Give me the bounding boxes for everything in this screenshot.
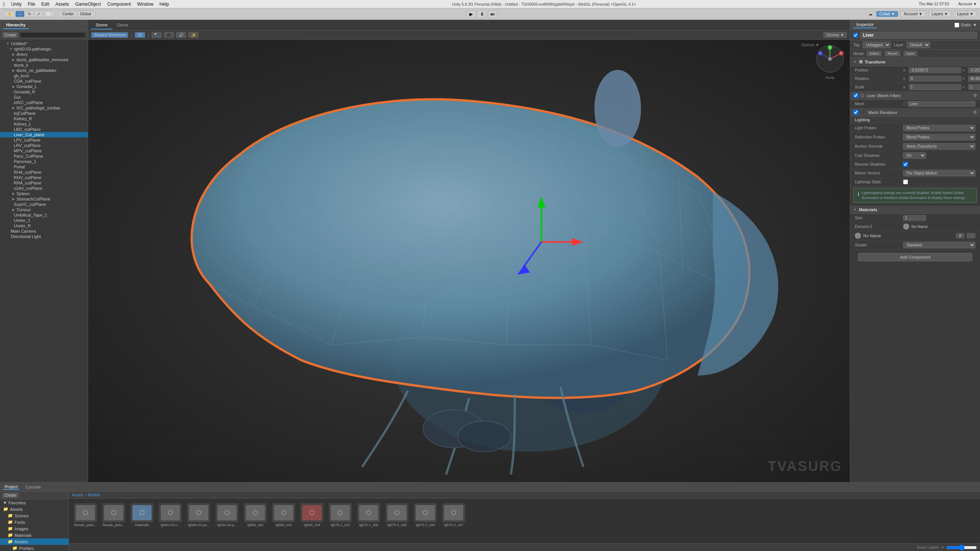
materials-section-header[interactable]: ▼ Materials [850,206,980,214]
scale-tool[interactable]: ⤢ [34,11,43,17]
asset-item[interactable]: ⬡tgh60_v02 [242,502,269,528]
model-select-btn[interactable]: Select [867,51,882,56]
asset-item[interactable]: ⬡tgh60-03-n... [157,502,184,528]
assets-create-btn[interactable]: Create [2,493,18,498]
hierarchy-item[interactable]: Kidney_R [0,116,88,121]
move-tool[interactable]: ↔ [15,11,24,17]
asset-item[interactable]: ⬡tgh75-1_v05 [355,502,382,528]
hierarchy-item[interactable]: Gut [0,95,88,100]
mesh-filter-enabled[interactable] [853,93,858,98]
hierarchy-item[interactable]: ▶Tumour [0,207,88,212]
hierarchy-item[interactable]: Ureter_1 [0,218,88,223]
assets-tree-item-materials[interactable]: 📁Materials [0,532,69,538]
asset-item[interactable]: ⬡tgh75-1_v03 [327,502,354,528]
asset-item[interactable]: ⬡tgh60-03-pa... [185,502,212,528]
position-y[interactable] [968,67,980,73]
asset-item[interactable]: ⬡tgh60_v04 [299,502,325,528]
account-dropdown[interactable]: Account ▼ [900,11,926,17]
gizmos-label[interactable]: Gizmos ▼ [801,43,819,47]
hierarchy-item[interactable]: ▶Gonadal_L [0,84,88,89]
skybox-toggle[interactable]: ⬛ [164,32,174,38]
assets-models-label[interactable]: Models [88,493,100,497]
menu-window[interactable]: Window [137,2,154,7]
menu-file[interactable]: File [28,2,35,7]
hierarchy-item[interactable]: CDA_cutPlane [0,78,88,84]
hierarchy-item[interactable]: LPV_cutPlane [0,137,88,143]
apple-menu[interactable]:  [3,1,5,7]
hierarchy-item[interactable]: ducts_k [0,62,88,68]
lightmap-static-checkbox[interactable] [903,179,908,184]
asset-item[interactable]: ⬡Materials [129,502,155,528]
assets-tree-item-models[interactable]: 📁Models [0,538,69,545]
mesh-renderer-enabled[interactable] [853,110,858,115]
hierarchy-item[interactable]: Kidney_L [0,121,88,127]
material-settings-btn[interactable]: ⚙ [956,233,964,238]
transform-section-header[interactable]: ▼ ⊞ Transform [850,58,980,66]
assets-tree-item-prefabs[interactable]: 📁Prefabs [0,545,69,551]
menu-help[interactable]: Help [160,2,169,7]
hierarchy-item[interactable]: LRV_cutPlane [0,143,88,148]
hierarchy-item[interactable]: InjCutPlane [0,111,88,116]
hierarchy-item[interactable]: RHA_cutPlane [0,170,88,175]
mesh-renderer-header[interactable]: ⬛ Mesh Renderer ⚙ [850,108,980,117]
assets-root-label[interactable]: Assets [72,493,83,497]
position-x[interactable] [909,67,961,73]
hierarchy-item[interactable]: ▶StomachCutPlane [0,196,88,202]
favorites-item[interactable]: ★ Favorites [0,499,69,506]
hierarchy-item[interactable]: ▶ducts_gallbladder_removed [0,57,88,62]
object-enabled-checkbox[interactable] [853,33,858,37]
tag-select[interactable]: Untagged [862,42,891,48]
object-name-input[interactable] [860,32,977,39]
shader-select[interactable]: Standard [903,242,975,248]
nav-gizmo[interactable]: X Y Z Persp [815,44,845,74]
asset-item[interactable]: ⬡female_pelvi... [72,502,99,528]
menu-component[interactable]: Component [107,2,131,7]
viewport[interactable]: X Y Z Persp Gizmos ▼ TVASURG [88,40,850,482]
asset-item[interactable]: ⬡tgh75-2_v06 [412,502,439,528]
asset-item[interactable]: ⬡female_pelvi... [100,502,127,528]
hierarchy-item[interactable]: s1Art_cutPlane [0,186,88,191]
hierarchy-item[interactable]: RRA_cutPlane [0,180,88,186]
receive-shadows-checkbox[interactable] [903,162,908,167]
menu-assets[interactable]: Assets [56,2,69,7]
hierarchy-item[interactable]: gb_knot [0,73,88,78]
asset-item[interactable]: ⬡tgh75-2_v07 [440,502,467,528]
hierarchy-item[interactable]: ▶IVC_pathologic_lumbar [0,105,88,111]
global-btn[interactable]: Global [77,11,94,17]
audio-toggle[interactable]: 🔊 [176,32,186,38]
add-component-button[interactable]: Add Component [858,253,972,261]
collab-button[interactable]: Collab ▼ [876,11,898,17]
layout-dropdown[interactable]: Layout ▼ [954,11,977,17]
scale-y[interactable] [968,84,980,90]
menu-gameobject[interactable]: GameObject [75,2,101,7]
mesh-filter-settings-icon[interactable]: ⚙ [973,93,977,98]
mesh-renderer-settings-icon[interactable]: ⚙ [973,110,977,114]
inspector-tab[interactable]: Inspector [853,21,877,28]
reflection-probes-select[interactable]: Blend Probes [903,134,975,140]
rotate-tool[interactable]: ↻ [25,11,34,17]
hierarchy-tab[interactable]: Hierarchy [3,21,29,29]
scale-x[interactable] [909,84,961,90]
mesh-filter-header[interactable]: ⬡ Liver (Mesh Filter) ⚙ [850,91,980,100]
asset-item[interactable]: ⬡tgh75-2_v05 [384,502,410,528]
layers-dropdown[interactable]: Layers ▼ [928,11,952,17]
hierarchy-item[interactable]: Directional Light [0,234,88,239]
asset-item[interactable]: ⬡tgh60_v03 [270,502,297,528]
menu-unity[interactable]: Unity [11,2,21,7]
effects-toggle[interactable]: ✨ [188,32,198,38]
materials-size-input[interactable] [903,215,926,221]
motion-vectors-select[interactable]: Per Object Motion [903,170,975,176]
hierarchy-item[interactable]: Gonadal_R [0,89,88,95]
2d-toggle[interactable]: 2D [135,32,145,38]
hierarchy-item[interactable]: ▶ducts_no_gallbladder [0,68,88,73]
project-tab[interactable]: Project [3,484,19,490]
hierarchy-item[interactable]: Panc_CutPlane [0,153,88,159]
light-probes-select[interactable]: Blend Probes [903,125,975,131]
hierarchy-item[interactable]: RHV_cutPlane [0,175,88,180]
rotation-x[interactable] [909,76,961,82]
hierarchy-item[interactable]: ▶Artery [0,52,88,57]
asset-size-slider[interactable] [946,544,977,551]
pause-button[interactable]: ⏸ [477,10,487,18]
assets-tree-item-assets[interactable]: 📁Assets [0,506,69,512]
material-select-btn[interactable]: → [967,233,975,238]
